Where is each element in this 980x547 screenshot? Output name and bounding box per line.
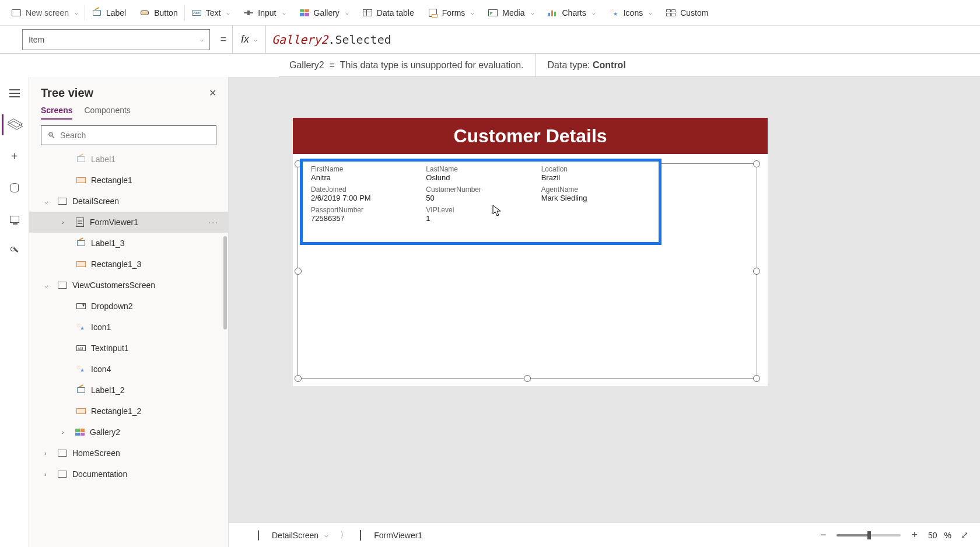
button-button[interactable]: Button	[133, 0, 184, 25]
tree-item-label: Label1_3	[91, 239, 125, 248]
zoom-control: − + 50 %	[817, 529, 951, 541]
forms-button[interactable]: Forms ⌵	[421, 0, 482, 25]
breadcrumb-control[interactable]: FormViewer1	[353, 528, 429, 542]
field-label: CustomerNumber	[426, 185, 535, 194]
expander-icon[interactable]: ›	[62, 219, 70, 226]
gallery-button[interactable]: Gallery ⌵	[293, 0, 356, 25]
data-button[interactable]	[3, 177, 26, 198]
expander-icon[interactable]: ⌵	[44, 198, 52, 205]
database-icon	[10, 183, 19, 192]
data-table-button[interactable]: Data table	[356, 0, 421, 25]
result-msg: This data type is unsupported for evalua…	[340, 60, 524, 71]
field-value: 2/6/2019 7:00 PM	[311, 194, 420, 202]
tree-item-icon1[interactable]: Icon1	[29, 317, 228, 338]
rectangle-icon	[76, 259, 86, 269]
forms-icon	[428, 8, 438, 17]
tree-item-formviewer1[interactable]: › FormViewer1 ···	[29, 212, 228, 233]
expander-icon[interactable]: ⌵	[44, 282, 52, 289]
tree-item-label1-2[interactable]: Label1_2	[29, 380, 228, 401]
tree-item-label: HomeScreen	[72, 448, 120, 458]
field-value: Brazil	[541, 173, 650, 182]
zoom-out-button[interactable]: −	[817, 529, 830, 541]
chevron-down-icon: ⌵	[592, 9, 596, 16]
field-agentname: AgentName Mark Siedling	[541, 185, 650, 205]
tree-item-label: ViewCustomersScreen	[72, 280, 155, 290]
expander-icon[interactable]: ›	[62, 429, 70, 436]
field-label: VIPLevel	[426, 206, 535, 214]
text-icon: Abc	[192, 8, 201, 17]
tree-item-documentation[interactable]: › Documentation	[29, 464, 228, 485]
field-lastname: LastName Oslund	[426, 165, 535, 184]
fx-label: fx	[241, 33, 249, 45]
property-selector[interactable]: Item ⌵	[22, 29, 210, 50]
expander-icon[interactable]: ›	[44, 450, 52, 457]
screen-icon	[57, 469, 68, 479]
field-value: 72586357	[311, 214, 420, 223]
tree-list: Label1 Rectangle1 ⌵ DetailScreen › FormV…	[29, 149, 228, 547]
custom-button[interactable]: Custom	[659, 0, 715, 25]
tree-item-gallery2[interactable]: › Gallery2	[29, 422, 228, 443]
tree-item-rectangle1[interactable]: Rectangle1	[29, 170, 228, 191]
close-panel-button[interactable]: ✕	[206, 85, 219, 101]
insert-button[interactable]: +	[3, 146, 26, 167]
tree-view-button[interactable]	[2, 114, 25, 135]
hamburger-button[interactable]	[3, 83, 26, 104]
tree-item-dropdown2[interactable]: Dropdown2	[29, 296, 228, 317]
tree-item-label1[interactable]: Label1	[29, 149, 228, 170]
chevron-down-icon: ⌵	[282, 9, 286, 16]
ribbon-text-label: Text	[206, 8, 221, 17]
form-viewer-selected[interactable]: FirstName Anitra LastName Oslund Locatio…	[300, 159, 662, 245]
breadcrumb-screen[interactable]: DetailScreen ⌵	[251, 528, 335, 542]
scrollbar-thumb[interactable]	[223, 236, 227, 329]
tree-item-textinput1[interactable]: abl TextInput1	[29, 338, 228, 359]
tree-search-input[interactable]	[60, 131, 210, 140]
tab-components[interactable]: Components	[84, 106, 130, 120]
data-type-caption: Data type:	[548, 60, 590, 70]
fx-button[interactable]: fx ⌵	[232, 26, 265, 54]
screen-icon	[12, 8, 21, 17]
tree-item-rectangle1-3[interactable]: Rectangle1_3	[29, 254, 228, 275]
tab-screens[interactable]: Screens	[41, 106, 72, 120]
charts-button[interactable]: Charts ⌵	[541, 0, 603, 25]
tree-item-label1-3[interactable]: Label1_3	[29, 233, 228, 254]
tree-item-label: Rectangle1	[91, 176, 132, 185]
formula-input[interactable]: Gallery2.Selected	[265, 26, 980, 54]
chevron-down-icon: ⌵	[345, 9, 349, 16]
ribbon-button-label: Button	[154, 8, 177, 17]
tree-item-rectangle1-2[interactable]: Rectangle1_2	[29, 401, 228, 422]
label-button[interactable]: Label	[85, 0, 133, 25]
icons-button[interactable]: Icons ⌵	[603, 0, 659, 25]
text-button[interactable]: Abc Text ⌵	[185, 0, 237, 25]
formula-token-property: .Selected	[328, 33, 391, 47]
media-button[interactable]: Media ⌵	[481, 0, 541, 25]
zoom-slider[interactable]	[836, 534, 901, 537]
zoom-pct: %	[944, 531, 951, 540]
expander-icon[interactable]: ›	[44, 471, 52, 478]
more-options-button[interactable]: ···	[208, 218, 219, 227]
tree-item-icon4[interactable]: Icon4	[29, 359, 228, 380]
tree-view-panel: Tree view ✕ Screens Components 🔍︎ Label1…	[29, 77, 229, 547]
media-icon	[488, 8, 498, 17]
tree-item-viewcustomersscreen[interactable]: ⌵ ViewCustomersScreen	[29, 275, 228, 296]
tree-item-detailscreen[interactable]: ⌵ DetailScreen	[29, 191, 228, 212]
ribbon-gallery-label: Gallery	[314, 8, 340, 17]
tree-search[interactable]: 🔍︎	[41, 125, 216, 145]
advanced-tools-button[interactable]	[3, 240, 26, 261]
chevron-down-icon: ⌵	[75, 9, 78, 16]
fit-to-window-button[interactable]: ⤢	[957, 530, 972, 541]
button-icon	[140, 8, 149, 17]
data-table-icon	[363, 8, 372, 17]
field-label: AgentName	[541, 185, 650, 194]
canvas[interactable]: Customer Details	[229, 77, 980, 547]
tree-item-homescreen[interactable]: › HomeScreen	[29, 443, 228, 464]
chevron-down-icon: ⌵	[531, 9, 534, 16]
data-type-label: Data type: Control	[536, 60, 638, 71]
new-screen-button[interactable]: New screen ⌵	[5, 0, 85, 25]
ribbon-icons-label: Icons	[624, 8, 643, 17]
tree-item-label: Icon4	[91, 364, 111, 374]
media-rail-button[interactable]	[3, 209, 26, 230]
plus-icon: +	[11, 150, 18, 163]
zoom-in-button[interactable]: +	[908, 529, 921, 541]
custom-icon	[666, 8, 676, 17]
input-button[interactable]: Input ⌵	[237, 0, 292, 25]
